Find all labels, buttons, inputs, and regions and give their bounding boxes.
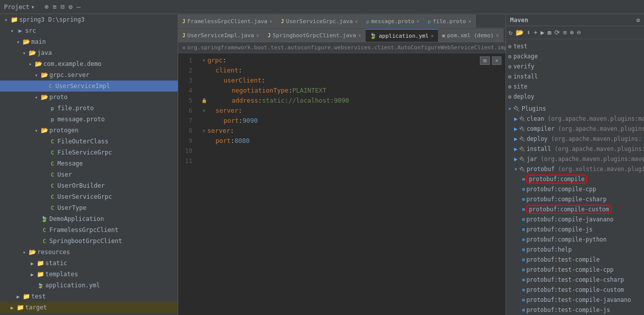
maven-goal-protobuf-test-compile-cpp[interactable]: m protobuf:test-compile-cpp	[506, 265, 644, 275]
tree-item-templates[interactable]: ▶ 📁 templates	[0, 269, 178, 280]
tab-close-7[interactable]: ×	[431, 33, 434, 39]
tree-arrow-root[interactable]: ▾	[2, 17, 10, 23]
maven-plugin-jar[interactable]: ▶ 🔌 jar (org.apache.maven.plugins:mave	[506, 154, 644, 164]
protobuf-arrow[interactable]: ▾	[514, 166, 518, 173]
editor-content[interactable]: m × ✓ 12345 67891011 ▼ grpc: ▼ client:	[178, 53, 506, 315]
maven-goal-protobuf-compile-javanano[interactable]: m protobuf:compile-javanano	[506, 214, 644, 224]
maven-run-icon[interactable]: ▶	[540, 28, 545, 37]
maven-goal-protobuf-test-compile-custom[interactable]: m protobuf:test-compile-custom	[506, 285, 644, 295]
tab-close-4[interactable]: ×	[468, 19, 471, 24]
arrow-src[interactable]: ▾	[8, 28, 16, 34]
maven-open-icon[interactable]: 📂	[515, 28, 524, 37]
collapse-icon[interactable]: ⊟	[60, 3, 64, 11]
tab-pom-xml[interactable]: m pom.xml (demo) ×	[439, 29, 504, 42]
maven-plugins-header[interactable]: ▾ 🔌 Plugins	[506, 104, 644, 114]
clean-arrow[interactable]: ▶	[514, 115, 518, 122]
project-dropdown-icon[interactable]: ▾	[31, 4, 35, 11]
arrow-static[interactable]: ▶	[28, 261, 36, 266]
maven-plugin-deploy[interactable]: ▶ 🔌 deploy (org.apache.maven.plugins:	[506, 134, 644, 144]
maven-lifecycle-test[interactable]: ⚙ test	[506, 41, 644, 51]
maven-plugin-compiler[interactable]: ▶ 🔌 compiler (org.apache.maven.plugins:	[506, 124, 644, 134]
maven-list-icon[interactable]: ≡	[562, 28, 567, 37]
tree-item-main[interactable]: ▾ 📂 main	[0, 36, 178, 47]
tree-item-user[interactable]: C User	[0, 169, 178, 180]
maven-plugin-protobuf[interactable]: ▾ 🔌 protobuf (org.xolstice.maven.plugin	[506, 164, 644, 174]
maven-lifecycle-package[interactable]: ⚙ package	[506, 51, 644, 61]
tree-item-fileservicegrpc[interactable]: C FileServiceGrpc	[0, 147, 178, 158]
tree-item-protogen[interactable]: ▾ 📂 protogen	[0, 125, 178, 136]
arrow-proto[interactable]: ▾	[32, 95, 40, 100]
tree-item-usertype[interactable]: C UserType	[0, 202, 178, 213]
maven-goal-protobuf-compile-cpp[interactable]: m protobuf:compile-cpp	[506, 184, 644, 194]
tree-item-message-proto[interactable]: p message.proto	[0, 114, 178, 125]
tab-close-5[interactable]: ×	[256, 33, 259, 38]
maven-link-icon[interactable]: ⟳	[554, 28, 560, 37]
tab-message-proto[interactable]: p message.proto ×	[363, 15, 424, 28]
tree-item-userorbuilder[interactable]: C UserOrBuilder	[0, 180, 178, 191]
maven-goal-protobuf-compile-csharp[interactable]: m protobuf:compile-csharp	[506, 194, 644, 204]
arrow-target[interactable]: ▶	[8, 305, 16, 310]
maven-goal-protobuf-compile-js[interactable]: m protobuf:compile-js	[506, 224, 644, 234]
tree-item-fileouterclass[interactable]: C FileOuterClass	[0, 136, 178, 147]
code-editor[interactable]: ▼ grpc: ▼ client: ▼ userClient: ▼	[196, 53, 506, 168]
jar-arrow[interactable]: ▶	[514, 155, 518, 163]
maven-goal-protobuf-compile-custom[interactable]: m protobuf:compile-custom	[506, 204, 644, 214]
tree-item-target[interactable]: ▶ 📁 target	[0, 302, 178, 313]
tree-item-file-proto[interactable]: p file.proto	[0, 103, 178, 114]
maven-lifecycle-deploy[interactable]: ⚙ deploy	[506, 92, 644, 102]
editor-action-button[interactable]: m	[480, 56, 490, 65]
tree-item-message[interactable]: C Message	[0, 158, 178, 169]
tree-item-gitignore[interactable]: ⚙ .gitignore	[0, 313, 178, 315]
arrow-resources[interactable]: ▾	[20, 250, 28, 255]
tree-item-application-yml[interactable]: 🍃 application.yml	[0, 280, 178, 291]
tree-item-framelessgrpcclient[interactable]: C FramelessGrpcClient	[0, 224, 178, 235]
maven-goal-protobuf-compile[interactable]: m protobuf:compile	[506, 174, 644, 184]
tab-close-1[interactable]: ×	[269, 19, 272, 24]
maven-collapse-icon[interactable]: ⊖	[577, 28, 582, 37]
maven-lifecycle-verify[interactable]: ⚙ verify	[506, 61, 644, 71]
maven-goal-protobuf-test-compile-csharp[interactable]: m protobuf:test-compile-csharp	[506, 275, 644, 285]
tree-item-src[interactable]: ▾ ▶ src	[0, 25, 178, 36]
tab-close-2[interactable]: ×	[355, 19, 358, 24]
tab-springboot-grpc-client[interactable]: J SpringbootGrpcClient.java ×	[264, 29, 366, 42]
maven-goal-protobuf-test-compile-javanano[interactable]: m protobuf:test-compile-javanano	[506, 295, 644, 305]
maven-plugin-install[interactable]: ▶ 🔌 install (org.apache.maven.plugins:ma	[506, 144, 644, 154]
tree-item-springbootgrpcclient[interactable]: C SpringbootGrpcClient	[0, 235, 178, 247]
maven-lifecycle-site[interactable]: ⚙ site	[506, 82, 644, 92]
tree-item-userserviceimpl[interactable]: C UserServiceImpl	[0, 81, 178, 92]
tab-user-service-grpc[interactable]: J UserServiceGrpc.java ×	[277, 15, 363, 28]
maven-lifecycle-install[interactable]: ⚙ install	[506, 71, 644, 82]
plugins-arrow[interactable]: ▾	[508, 105, 512, 112]
tree-item-proto[interactable]: ▾ 📂 proto	[0, 92, 178, 103]
tree-item-resources[interactable]: ▾ 📂 resources	[0, 247, 178, 258]
arrow-templates[interactable]: ▶	[28, 272, 36, 277]
tree-item-com[interactable]: ▾ 📂 com.example.demo	[0, 58, 178, 69]
maven-goal-protobuf-compile-python[interactable]: m protobuf:compile-python	[506, 234, 644, 245]
maven-download-icon[interactable]: ⬇	[526, 28, 531, 37]
project-dropdown[interactable]: Project ▾	[4, 4, 35, 11]
maven-m-icon[interactable]: m	[547, 28, 552, 37]
maven-add-icon[interactable]: +	[533, 28, 538, 37]
maven-refresh-icon[interactable]: ↻	[508, 28, 513, 37]
tree-root[interactable]: ▾ 📁 spring3 D:\spring3	[0, 14, 178, 25]
editor-close-button[interactable]: ×	[492, 56, 502, 65]
navigate-icon[interactable]: ⊕	[45, 3, 49, 11]
structure-icon[interactable]: ≡	[53, 3, 57, 11]
tree-item-static[interactable]: ▶ 📁 static	[0, 258, 178, 269]
maven-settings-icon[interactable]: ⚙	[636, 17, 640, 24]
compiler-arrow[interactable]: ▶	[514, 125, 518, 132]
tree-item-test[interactable]: ▶ 📁 test	[0, 291, 178, 302]
tree-item-demoapplication[interactable]: 🍃 DemoApplication	[0, 213, 178, 224]
fold-1[interactable]: ▼	[200, 55, 207, 65]
arrow-java[interactable]: ▾	[20, 50, 28, 56]
fold-8[interactable]: ▼	[200, 126, 207, 136]
maven-goal-protobuf-help[interactable]: m protobuf:help	[506, 245, 644, 255]
tab-application-yml[interactable]: 🍃 application.yml ×	[366, 29, 438, 42]
tab-frameless-grpc-client[interactable]: J FramelessGrpcClient.java ×	[178, 15, 277, 28]
arrow-com[interactable]: ▾	[26, 61, 34, 67]
tree-item-java[interactable]: ▾ 📂 java	[0, 47, 178, 58]
tree-item-grpc-server[interactable]: ▾ 📂 grpc.server	[0, 69, 178, 81]
maven-plugin-clean[interactable]: ▶ 🔌 clean (org.apache.maven.plugins:ma	[506, 114, 644, 124]
maven-goal-protobuf-test-compile[interactable]: m protobuf:test-compile	[506, 255, 644, 265]
tab-close-3[interactable]: ×	[416, 19, 419, 24]
